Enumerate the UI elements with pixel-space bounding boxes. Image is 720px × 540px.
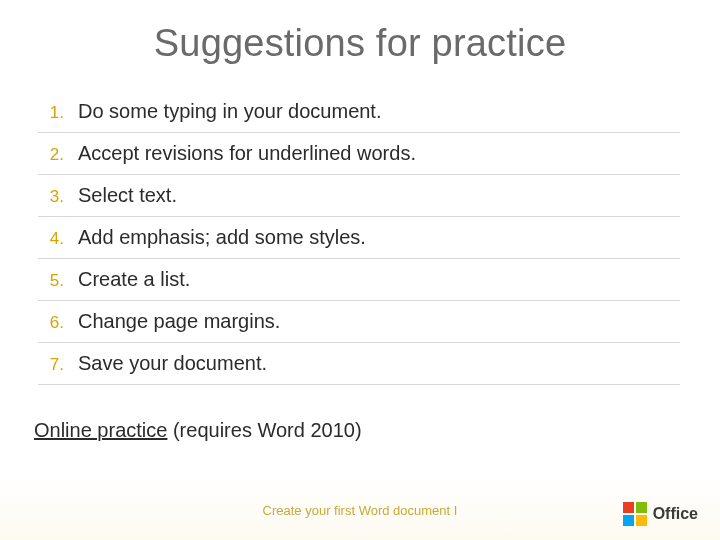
list-number: 3. [38, 187, 64, 207]
list-number: 1. [38, 103, 64, 123]
link-suffix: (requires Word 2010) [167, 419, 361, 441]
online-practice-link[interactable]: Online practice [34, 419, 167, 441]
suggestion-list: 1. Do some typing in your document. 2. A… [0, 91, 720, 385]
list-item-text: Save your document. [64, 352, 267, 375]
footer-caption: Create your first Word document I [0, 503, 720, 518]
list-item-text: Add emphasis; add some styles. [64, 226, 366, 249]
slide: Suggestions for practice 1. Do some typi… [0, 0, 720, 540]
list-number: 7. [38, 355, 64, 375]
slide-title: Suggestions for practice [0, 0, 720, 65]
office-logo: Office [623, 502, 698, 526]
list-item-text: Do some typing in your document. [64, 100, 382, 123]
list-number: 2. [38, 145, 64, 165]
list-item-text: Change page margins. [64, 310, 280, 333]
practice-link-line: Online practice (requires Word 2010) [0, 419, 720, 442]
list-number: 6. [38, 313, 64, 333]
list-number: 4. [38, 229, 64, 249]
list-item: 2. Accept revisions for underlined words… [38, 133, 680, 175]
office-logo-icon [623, 502, 647, 526]
list-item: 7. Save your document. [38, 343, 680, 385]
list-item-text: Create a list. [64, 268, 190, 291]
office-logo-text: Office [653, 505, 698, 523]
list-item: 4. Add emphasis; add some styles. [38, 217, 680, 259]
list-item: 3. Select text. [38, 175, 680, 217]
list-item: 6. Change page margins. [38, 301, 680, 343]
list-item-text: Select text. [64, 184, 177, 207]
list-item: 1. Do some typing in your document. [38, 91, 680, 133]
list-item-text: Accept revisions for underlined words. [64, 142, 416, 165]
list-number: 5. [38, 271, 64, 291]
list-item: 5. Create a list. [38, 259, 680, 301]
